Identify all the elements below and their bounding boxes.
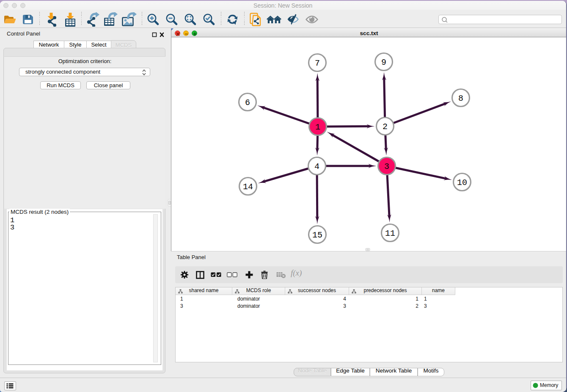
svg-text:10: 10 xyxy=(457,178,467,188)
svg-text:14: 14 xyxy=(243,182,253,192)
svg-text:1: 1 xyxy=(315,122,320,132)
svg-text:7: 7 xyxy=(315,58,320,68)
svg-text:4: 4 xyxy=(314,162,319,171)
svg-text:9: 9 xyxy=(381,58,386,67)
svg-text:2: 2 xyxy=(383,122,388,132)
svg-text:3: 3 xyxy=(384,162,389,171)
svg-text:8: 8 xyxy=(458,94,463,103)
svg-text:15: 15 xyxy=(312,230,322,240)
svg-text:11: 11 xyxy=(385,229,395,238)
svg-text:6: 6 xyxy=(245,98,250,108)
